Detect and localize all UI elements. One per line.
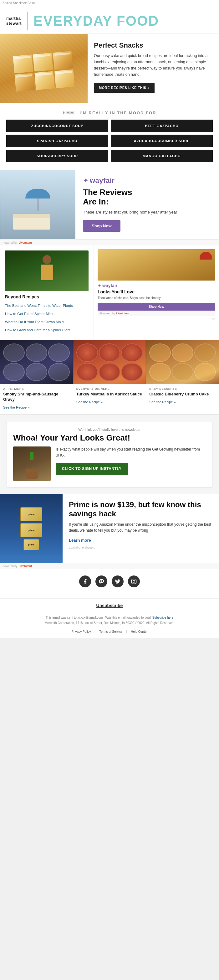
facebook-icon[interactable] xyxy=(79,576,91,587)
hero-cta-button[interactable]: MORE RECIPES LIKE THIS » xyxy=(94,83,154,93)
liveintent-logo-small: LiveIntent xyxy=(116,312,130,315)
twitter-icon[interactable] xyxy=(112,576,124,587)
wayfair-shop-now-button[interactable]: Shop Now xyxy=(83,220,121,232)
subscribe-here-link[interactable]: Subscribe here xyxy=(152,616,173,619)
recipe-image-2 xyxy=(146,340,219,384)
cake-square xyxy=(13,54,33,73)
promo-top-label: We think you'll totally love this newsle… xyxy=(13,428,206,431)
small-umbrella-icon xyxy=(200,252,212,259)
recipe-link-1[interactable]: See the Recipe » xyxy=(76,400,103,404)
recipe-card-body-2: EASY DESSERTS Classic Blueberry Crumb Ca… xyxy=(146,384,219,409)
mood-item-5[interactable]: MANGO GAZPACHO xyxy=(111,150,213,162)
promo-image-inner xyxy=(13,447,51,481)
wayfair-small-ad: ✦ wayfair Looks You'll Love Thousands of… xyxy=(94,245,219,340)
twitter-svg xyxy=(115,579,121,584)
prime-box-small: prime xyxy=(24,539,39,550)
wayfair-main-content: ✦ wayfair The Reviews Are In: These are … xyxy=(75,170,219,239)
svg-rect-0 xyxy=(132,579,136,584)
hero-image xyxy=(0,34,87,103)
recipe-name-2: Classic Blueberry Crumb Cake xyxy=(149,392,216,397)
newsletter-title: EVERYDAY FOOD xyxy=(33,14,159,28)
recipe-category-0: APPETIZERS xyxy=(3,387,70,390)
beyond-link-1[interactable]: How to Get Rid of Spider Mites xyxy=(5,312,54,316)
recipe-category-1: EVERYDAY DINNERS xyxy=(76,387,143,390)
person-body xyxy=(41,264,53,280)
wayfair-logo-symbol: ✦ xyxy=(83,177,89,185)
recipe-link-0[interactable]: See the Recipe » xyxy=(3,406,29,409)
mood-item-0[interactable]: ZUCCHINI-COCONUT SOUP xyxy=(6,119,108,132)
privacy-policy-link[interactable]: Privacy Policy xyxy=(71,630,91,633)
plant-pot-plant xyxy=(30,452,33,460)
mood-grid: ZUCCHINI-COCONUT SOUP BEET GAZPACHO SPAN… xyxy=(6,119,213,162)
plant-pot-body xyxy=(25,469,38,479)
pinterest-icon[interactable] xyxy=(95,576,107,587)
wayfair-small-logo: ✦ wayfair xyxy=(98,283,215,288)
promo-content: Is exactly what people will say when you… xyxy=(13,447,206,481)
social-icons xyxy=(6,576,213,587)
mood-item-4[interactable]: SOUR-CHERRY SOUP xyxy=(6,150,108,162)
food-circle xyxy=(48,363,70,381)
brand-logo: martha stewart xyxy=(6,16,22,25)
header-divider xyxy=(27,11,28,30)
beyond-image-inner xyxy=(5,250,89,291)
beyond-link-3[interactable]: How to Grow and Care for a Spider Plant xyxy=(5,328,70,332)
recipe-image-0 xyxy=(0,340,73,384)
prime-box: prime xyxy=(20,507,42,521)
wayfair-main-image xyxy=(0,170,75,239)
cake-square xyxy=(53,51,73,70)
breadcrumb: Spiced Snackbox Cake xyxy=(0,0,219,6)
mood-item-3[interactable]: AVOCADO-CUCUMBER SOUP xyxy=(111,135,213,147)
promo-body: Is exactly what people will say when you… xyxy=(56,447,206,458)
food-circles-red xyxy=(73,340,146,384)
brand-name-line2: stewart xyxy=(6,21,22,26)
list-item: How to Get Rid of Spider Mites xyxy=(5,310,89,316)
footer-separator: | xyxy=(95,630,96,633)
instagram-icon[interactable] xyxy=(128,576,140,587)
footer-line2: Meredith Corporation, 1718 Locust Street… xyxy=(45,621,175,625)
food-circle xyxy=(25,363,47,381)
beyond-recipes-list: The Best and Worst Times to Water Plants… xyxy=(5,302,89,332)
cake-square xyxy=(54,70,75,88)
recipe-card-2: EASY DESSERTS Classic Blueberry Crumb Ca… xyxy=(146,340,219,414)
prime-image-inner: prime prime prime xyxy=(0,494,63,563)
food-circle xyxy=(25,344,47,362)
food-circle xyxy=(194,363,216,381)
beyond-recipes-image xyxy=(5,250,89,291)
footer-links: Privacy Policy | Terms of Service | Help… xyxy=(0,630,219,638)
help-center-link[interactable]: Help Center xyxy=(131,630,148,633)
beyond-link-2[interactable]: What to Do If Your Plant Grows Mold xyxy=(5,320,63,324)
food-circle xyxy=(3,363,25,381)
recipe-image-1 xyxy=(73,340,146,384)
beyond-recipes-heading: Beyond Recipes xyxy=(5,294,89,299)
promo-text: Is exactly what people will say when you… xyxy=(56,447,206,475)
mood-item-2[interactable]: SPANISH GAZPACHO xyxy=(6,135,108,147)
pinterest-svg xyxy=(98,579,104,584)
liveintent-logo-prime: LiveIntent xyxy=(19,565,32,568)
prime-learn-more-link[interactable]: Learn more xyxy=(69,538,91,542)
cake-square xyxy=(35,71,55,90)
food-circle xyxy=(194,344,216,362)
wayfair-small-image xyxy=(98,249,215,280)
umbrella-top xyxy=(25,189,50,199)
recipe-link-2[interactable]: See the Recipe » xyxy=(149,400,176,404)
facebook-svg xyxy=(82,579,88,584)
promo-inner: We think you'll totally love this newsle… xyxy=(6,421,213,487)
wayfair-small-shop-button[interactable]: Shop Now xyxy=(98,303,215,310)
powered-by-label-small: Powered by xyxy=(100,312,115,315)
mood-item-1[interactable]: BEET GAZPACHO xyxy=(111,119,213,132)
food-circles-warm xyxy=(146,340,219,384)
prime-ad: prime prime prime Prime is now $139, but… xyxy=(0,494,219,563)
svg-point-2 xyxy=(135,580,135,581)
hero-image-inner xyxy=(0,34,87,103)
hero-section: Perfect Snacks Our easy cake and quick b… xyxy=(0,34,219,103)
terms-of-service-link[interactable]: Terms of Service xyxy=(99,630,122,633)
food-circle xyxy=(99,363,121,381)
wayfair-logo-text: wayfair xyxy=(90,177,114,185)
food-circle xyxy=(149,344,171,362)
promo-headline: Whoa! Your Yard Looks Great! xyxy=(13,433,130,443)
list-item: What to Do If Your Plant Grows Mold xyxy=(5,319,89,325)
wayfair-main-ad: ✦ wayfair The Reviews Are In: These are … xyxy=(0,170,219,240)
promo-cta-button[interactable]: CLICK TO SIGN UP INSTANTLY xyxy=(56,463,128,475)
unsubscribe-link[interactable]: Unsubscribe xyxy=(6,603,213,608)
beyond-link-0[interactable]: The Best and Worst Times to Water Plants xyxy=(5,304,73,307)
